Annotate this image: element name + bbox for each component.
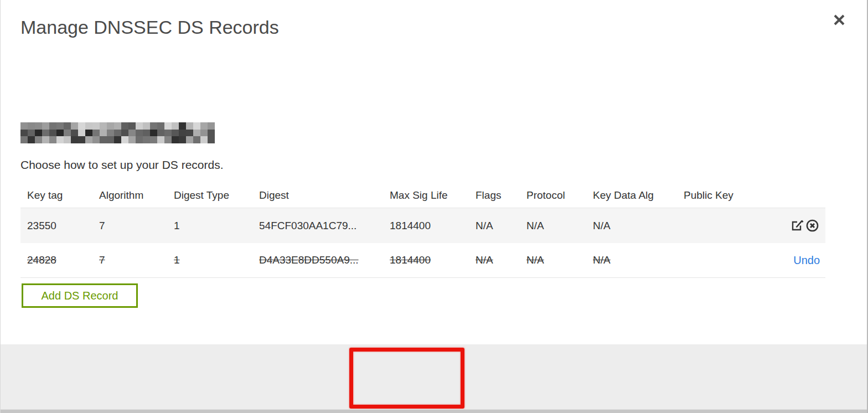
- instruction-text: Choose how to set up your DS records.: [20, 158, 224, 172]
- max-sig-life-value: 1814400: [390, 254, 431, 266]
- annotation-highlight-box: [349, 348, 464, 409]
- protocol-value: N/A: [526, 254, 544, 266]
- column-header-algorithm: Algorithm: [92, 189, 167, 202]
- digest-type-value: 1: [174, 254, 180, 266]
- close-icon: [832, 13, 846, 29]
- table-header-row: Key tag Algorithm Digest Type Digest Max…: [20, 183, 825, 208]
- column-header-protocol: Protocol: [520, 189, 586, 202]
- digest-value: 54FCF030AA1C79...: [259, 220, 356, 231]
- key-tag-value: 23550: [27, 220, 56, 231]
- edit-record-button[interactable]: [791, 219, 805, 233]
- column-header-flags: Flags: [469, 189, 520, 202]
- close-button[interactable]: [830, 12, 848, 30]
- key-data-alg-value: N/A: [593, 254, 611, 266]
- max-sig-life-value: 1814400: [390, 220, 431, 231]
- column-header-key-data-alg: Key Data Alg: [586, 189, 677, 202]
- key-data-alg-value: N/A: [593, 220, 611, 231]
- page-title: Manage DNSSEC DS Records: [20, 17, 279, 38]
- column-header-digest-type: Digest Type: [167, 189, 252, 202]
- flags-value: N/A: [476, 254, 493, 266]
- column-header-max-sig-life: Max Sig Life: [383, 189, 469, 202]
- dialog-footer: Save Cancel: [1, 344, 868, 413]
- undo-link[interactable]: Undo: [793, 254, 820, 267]
- table-row: 23550 7 1 54FCF030AA1C79... 1814400 N/A …: [20, 208, 825, 243]
- delete-record-button[interactable]: [805, 218, 820, 233]
- algorithm-value: 7: [99, 220, 105, 231]
- ds-records-table: Key tag Algorithm Digest Type Digest Max…: [20, 183, 825, 278]
- bottom-edge-strip: [1, 409, 868, 413]
- algorithm-value: 7: [99, 254, 105, 266]
- circle-x-icon: [805, 218, 820, 233]
- flags-value: N/A: [476, 220, 493, 231]
- edit-pencil-square-icon: [791, 219, 805, 233]
- add-ds-record-button[interactable]: Add DS Record: [22, 283, 138, 308]
- column-header-public-key: Public Key: [677, 189, 764, 202]
- digest-type-value: 1: [174, 220, 180, 231]
- key-tag-value: 24828: [27, 254, 56, 266]
- protocol-value: N/A: [526, 220, 544, 231]
- column-header-digest: Digest: [252, 189, 383, 202]
- redacted-domain-name: [20, 122, 215, 143]
- digest-value: D4A33E8DD550A9...: [259, 254, 359, 266]
- column-header-key-tag: Key tag: [20, 189, 92, 202]
- dnssec-dialog: Manage DNSSEC DS Records Choose how to s…: [0, 0, 868, 413]
- table-row-deleted: 24828 7 1 D4A33E8DD550A9... 1814400 N/A …: [20, 243, 825, 278]
